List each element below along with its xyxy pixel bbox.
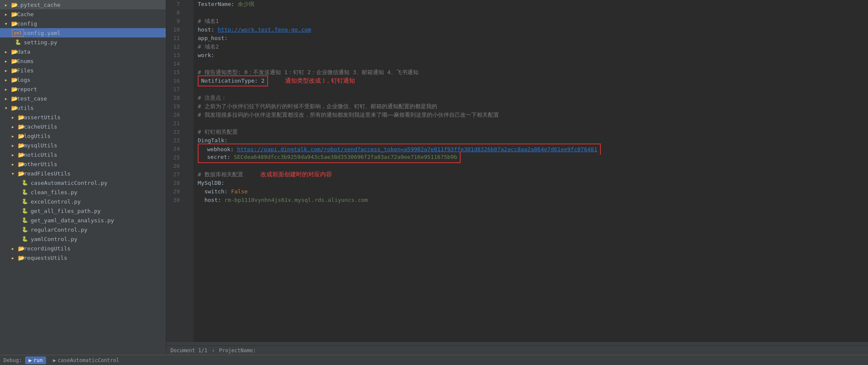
gutter-cell-24 xyxy=(187,145,193,153)
gutter-cell-11 xyxy=(187,34,193,43)
line-num-21: 21 xyxy=(166,119,183,128)
annotation-16: 通知类型改成 1，钉钉通知 xyxy=(285,77,355,85)
sidebar-item-clean_files[interactable]: 🐍 clean_files.py xyxy=(0,187,166,197)
code-line-17 xyxy=(198,85,868,94)
item-label-requestsUtils: requestsUtils xyxy=(22,255,67,261)
item-label-otherUtils: otherUtils xyxy=(22,161,57,167)
debug-label: Debug: xyxy=(3,357,22,363)
sidebar-item-pytest_cache[interactable]: ▸ 📂 .pytest_cache xyxy=(0,0,166,9)
control-tab-label: caseAutomaticControl xyxy=(58,357,120,363)
sidebar-item-logs[interactable]: ▸ 📂 logs xyxy=(0,75,166,84)
item-icon-utils: ▾ 📂 xyxy=(7,105,15,111)
line-num-16: 16 xyxy=(166,77,183,85)
sidebar-item-assertUtils[interactable]: ▸ 📂 assertUtils xyxy=(0,112,166,122)
item-icon-recordingUtils: ▸ 📂 xyxy=(14,245,22,252)
item-label-test_case: test_case xyxy=(15,95,47,102)
sidebar-item-get_yaml_data[interactable]: 🐍 get_yaml_data_analysis.py xyxy=(0,216,166,225)
status-bar: Document 1/1 › ProjectName: xyxy=(166,345,868,355)
item-label-mysqlUtils: mysqlUtils xyxy=(22,142,57,149)
sidebar-item-Files[interactable]: ▸ 📂 Files xyxy=(0,66,166,75)
comment-text: # 域名2 xyxy=(198,43,219,51)
item-icon-get_all_files: 🐍 xyxy=(20,208,29,214)
annotation-27: 改成前面创建时的对应内容 xyxy=(260,170,332,179)
gutter-cell-25 xyxy=(187,153,193,162)
line-num-17: 17 xyxy=(166,85,183,94)
item-icon-yamlControl: 🐍 xyxy=(20,236,29,242)
sidebar-item-logUtils[interactable]: ▸ 📂 logUtils xyxy=(0,131,166,141)
sidebar-item-mysqlUtils[interactable]: ▸ 📂 mysqlUtils xyxy=(0,141,166,150)
project-label: ProjectName: xyxy=(219,348,256,354)
sidebar-item-test_case[interactable]: ▸ 📂 test_case xyxy=(0,94,166,103)
sidebar-item-config[interactable]: ▾ 📂 config xyxy=(0,19,166,28)
gutter-cell-9 xyxy=(187,17,193,26)
comment-text: # 数据库相关配置 xyxy=(198,170,243,179)
line-num-27: 27 xyxy=(166,170,183,179)
item-icon-config: ▾ 📂 xyxy=(7,20,15,27)
sidebar-item-caseAutoControl[interactable]: 🐍 caseAutomaticControl.py xyxy=(0,178,166,187)
item-label-config: config xyxy=(15,20,37,27)
py-icon: 🐍 xyxy=(22,236,28,242)
sidebar-item-config_yaml[interactable]: yml config.yaml xyxy=(0,28,166,37)
sidebar-item-noticUtils[interactable]: ▸ 📂 noticUtils xyxy=(0,150,166,159)
sidebar-item-readFilesUtils[interactable]: ▾ 📂 readFilesUtils xyxy=(0,169,166,178)
item-label-Files: Files xyxy=(15,67,34,74)
item-label-noticUtils: noticUtils xyxy=(22,152,57,158)
gutter-cell-16 xyxy=(187,77,193,85)
code-line-9: # 域名1 xyxy=(198,17,868,26)
item-label-report: report xyxy=(15,86,37,92)
line-num-8: 8 xyxy=(166,9,183,17)
code-line-29: switch: False xyxy=(198,187,868,196)
item-label-yamlControl: yamlControl.py xyxy=(29,236,78,242)
gutter-cell-30 xyxy=(187,196,193,204)
gutter-cell-13 xyxy=(187,51,193,60)
sidebar-item-cacheUtils[interactable]: ▸ 📂 cacheUtils xyxy=(0,122,166,131)
code-area[interactable]: TesterName: 余少琪 # 域名1host: http://work.t… xyxy=(193,0,868,342)
item-icon-logUtils: ▸ 📂 xyxy=(14,133,22,139)
line-num-29: 29 xyxy=(166,187,183,196)
sidebar-item-data[interactable]: ▸ 📂 data xyxy=(0,47,166,56)
py-icon: 🐍 xyxy=(15,39,21,45)
item-label-clean_files: clean_files.py xyxy=(29,189,78,195)
sidebar-item-excelControl[interactable]: 🐍 excelControl.py xyxy=(0,197,166,206)
line-numbers: 7891011121314151617181920212223242526272… xyxy=(166,0,187,342)
line-num-20: 20 xyxy=(166,111,183,119)
item-label-utils: utils xyxy=(15,105,34,111)
run-tab-label: run xyxy=(34,357,43,363)
sidebar-item-Enums[interactable]: ▸ 📂 Enums xyxy=(0,56,166,66)
sidebar-item-Cache[interactable]: ▸ 📂 Cache xyxy=(0,9,166,19)
sidebar-item-recordingUtils[interactable]: ▸ 📂 recordingUtils xyxy=(0,244,166,253)
sidebar-item-get_all_files[interactable]: 🐍 get_all_files_path.py xyxy=(0,206,166,216)
run-tab[interactable]: ▶ run xyxy=(25,356,46,364)
horizontal-scrollbar[interactable] xyxy=(166,342,868,345)
doc-info: Document 1/1 xyxy=(170,348,208,354)
control-tab[interactable]: ▶ caseAutomaticControl xyxy=(49,356,123,364)
code-line-30: host: rm-bp1110vynhn4js61v.mysql.rds.ali… xyxy=(198,196,868,204)
line-num-26: 26 xyxy=(166,162,183,170)
gutter-cell-8 xyxy=(187,9,193,17)
code-line-22: # 钉钉相关配置 xyxy=(198,128,868,136)
sidebar-item-yamlControl[interactable]: 🐍 yamlControl.py xyxy=(0,234,166,244)
item-icon-readFilesUtils: ▾ 📂 xyxy=(14,170,22,177)
sidebar-item-utils[interactable]: ▾ 📂 utils xyxy=(0,103,166,112)
comment-text: # 我发现很多拉码的小伙伴这里配置都没改，所有的通知都发到我这里来了哦~~麻烦看… xyxy=(198,111,499,119)
py-icon: 🐍 xyxy=(22,227,28,233)
item-label-readFilesUtils: readFilesUtils xyxy=(22,170,71,177)
sidebar-item-requestsUtils[interactable]: ▸ 📂 requestsUtils xyxy=(0,253,166,262)
item-icon-data: ▸ 📂 xyxy=(7,49,15,55)
control-icon: ▶ xyxy=(53,357,56,363)
item-icon-Cache: ▸ 📂 xyxy=(7,11,15,17)
code-line-11: app_host: xyxy=(198,34,868,43)
item-icon-otherUtils: ▸ 📂 xyxy=(14,161,22,167)
code-line-13: work: xyxy=(198,51,868,60)
sidebar-item-setting_py[interactable]: 🐍 setting.py xyxy=(0,37,166,47)
sidebar-item-otherUtils[interactable]: ▸ 📂 otherUtils xyxy=(0,159,166,169)
project-name: › xyxy=(212,348,215,354)
line-num-30: 30 xyxy=(166,196,183,204)
sidebar-item-report[interactable]: ▸ 📂 report xyxy=(0,84,166,94)
sidebar-item-regularControl[interactable]: 🐍 regularControl.py xyxy=(0,225,166,234)
code-line-18: # 注意点： xyxy=(198,94,868,102)
comment-text: # 注意点： xyxy=(198,94,227,102)
item-icon-regularControl: 🐍 xyxy=(20,227,29,233)
code-line-14 xyxy=(198,60,868,68)
item-icon-Enums: ▸ 📂 xyxy=(7,58,15,64)
